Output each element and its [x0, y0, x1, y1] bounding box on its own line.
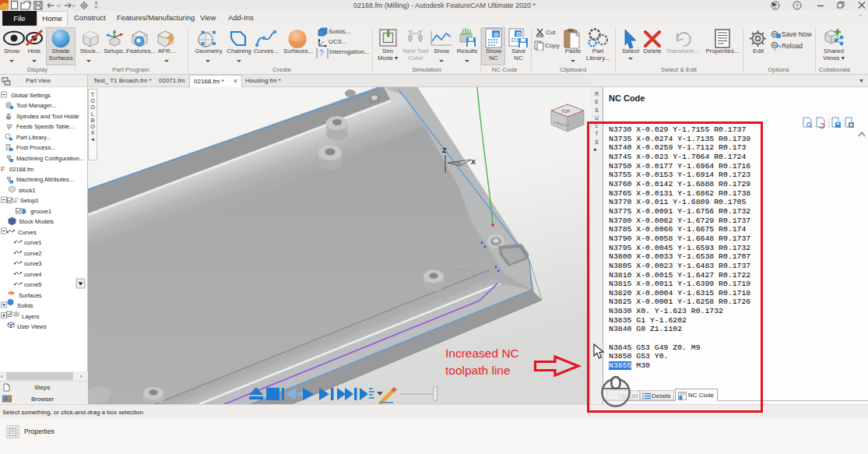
svg-text:Solids: Solids [17, 302, 33, 309]
svg-text:Curves: Curves [18, 229, 37, 236]
svg-text:Stock Models: Stock Models [19, 218, 54, 225]
svg-text:curve3: curve3 [24, 260, 42, 267]
svg-text:Z: Z [442, 146, 447, 154]
svg-text:Setup1: Setup1 [20, 197, 39, 204]
svg-text:curve2: curve2 [24, 250, 42, 257]
svg-text:Machining Configuration...: Machining Configuration... [16, 155, 84, 162]
svg-text:?: ? [319, 49, 324, 58]
svg-text:stock1: stock1 [19, 187, 36, 194]
svg-text:User Views: User Views [17, 323, 47, 330]
svg-text:F: F [1, 165, 5, 173]
svg-text:Post Process...: Post Process... [16, 144, 55, 151]
svg-text:Feeds Speeds Table...: Feeds Speeds Table... [16, 123, 75, 130]
svg-text:G: G [516, 30, 521, 37]
svg-text:Part Library...: Part Library... [16, 134, 51, 141]
svg-text:Layers: Layers [22, 313, 40, 320]
svg-text:curve5: curve5 [24, 281, 42, 288]
svg-text:G: G [494, 31, 498, 38]
svg-text:Spindles and Tool Holde: Spindles and Tool Holde [16, 113, 79, 120]
svg-text:Machining Attributes...: Machining Attributes... [16, 176, 74, 183]
svg-text:TOP: TOP [561, 109, 571, 114]
svg-text:Tool Manager...: Tool Manager... [16, 102, 56, 109]
svg-text:Global Settings: Global Settings [11, 92, 51, 99]
svg-text:groove1: groove1 [30, 208, 51, 215]
svg-text:curve4: curve4 [24, 271, 42, 278]
svg-text:Surfaces: Surfaces [19, 292, 42, 299]
svg-text:X: X [471, 158, 476, 166]
svg-text:?: ? [796, 2, 799, 9]
svg-text:02168.fm: 02168.fm [9, 166, 33, 173]
svg-text:curve1: curve1 [24, 239, 42, 246]
